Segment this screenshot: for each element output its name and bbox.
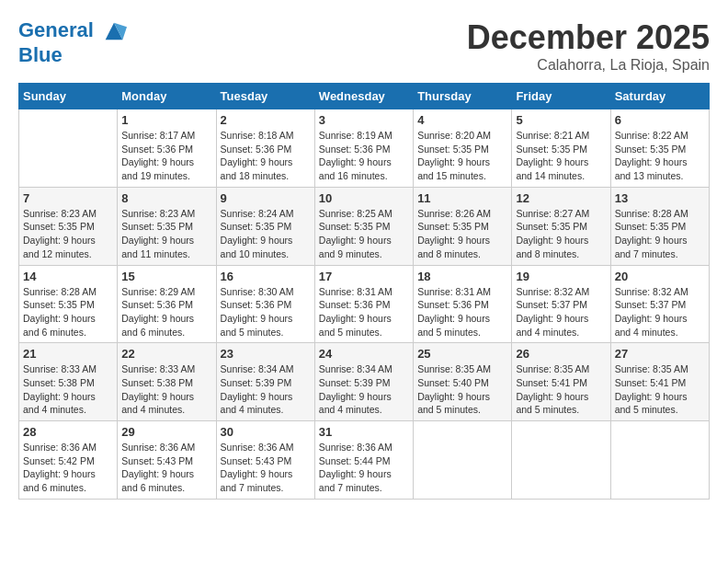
day-info: Sunrise: 8:34 AM Sunset: 5:39 PM Dayligh… (319, 362, 409, 417)
day-number: 31 (319, 425, 409, 439)
calendar-cell: 10Sunrise: 8:25 AM Sunset: 5:35 PM Dayli… (314, 187, 413, 265)
day-info: Sunrise: 8:30 AM Sunset: 5:36 PM Dayligh… (221, 285, 311, 339)
day-number: 4 (417, 113, 507, 127)
location: Calahorra, La Rioja, Spain (467, 57, 710, 74)
day-number: 17 (319, 270, 409, 283)
calendar-week-row: 21Sunrise: 8:33 AM Sunset: 5:38 PM Dayli… (19, 343, 710, 421)
day-number: 30 (221, 425, 311, 439)
day-info: Sunrise: 8:31 AM Sunset: 5:36 PM Dayligh… (417, 285, 507, 339)
calendar-table: SundayMondayTuesdayWednesdayThursdayFrid… (18, 83, 710, 500)
day-number: 5 (516, 113, 606, 127)
day-info: Sunrise: 8:32 AM Sunset: 5:37 PM Dayligh… (516, 285, 606, 339)
day-info: Sunrise: 8:26 AM Sunset: 5:35 PM Dayligh… (417, 207, 507, 261)
day-info: Sunrise: 8:35 AM Sunset: 5:40 PM Dayligh… (417, 362, 507, 417)
calendar-cell: 11Sunrise: 8:26 AM Sunset: 5:35 PM Dayli… (414, 187, 512, 265)
calendar-cell: 2Sunrise: 8:18 AM Sunset: 5:36 PM Daylig… (216, 109, 314, 188)
day-info: Sunrise: 8:21 AM Sunset: 5:35 PM Dayligh… (516, 129, 606, 183)
calendar-cell: 21Sunrise: 8:33 AM Sunset: 5:38 PM Dayli… (19, 343, 118, 421)
calendar-header-row: SundayMondayTuesdayWednesdayThursdayFrid… (19, 84, 710, 109)
calendar-week-row: 1Sunrise: 8:17 AM Sunset: 5:36 PM Daylig… (19, 109, 710, 188)
calendar-cell: 19Sunrise: 8:32 AM Sunset: 5:37 PM Dayli… (512, 265, 610, 343)
day-info: Sunrise: 8:23 AM Sunset: 5:35 PM Dayligh… (121, 207, 211, 261)
day-number: 23 (221, 347, 311, 361)
day-number: 19 (516, 270, 606, 283)
calendar-week-row: 28Sunrise: 8:36 AM Sunset: 5:42 PM Dayli… (19, 421, 710, 500)
calendar-cell: 27Sunrise: 8:35 AM Sunset: 5:41 PM Dayli… (610, 343, 709, 421)
calendar-cell: 22Sunrise: 8:33 AM Sunset: 5:38 PM Dayli… (118, 343, 216, 421)
day-info: Sunrise: 8:32 AM Sunset: 5:37 PM Dayligh… (615, 285, 705, 339)
day-number: 3 (319, 113, 409, 127)
calendar-cell: 13Sunrise: 8:28 AM Sunset: 5:35 PM Dayli… (610, 187, 709, 265)
calendar-cell: 8Sunrise: 8:23 AM Sunset: 5:35 PM Daylig… (118, 187, 216, 265)
calendar-cell: 4Sunrise: 8:20 AM Sunset: 5:35 PM Daylig… (414, 109, 512, 188)
calendar-week-row: 14Sunrise: 8:28 AM Sunset: 5:35 PM Dayli… (19, 265, 710, 343)
day-of-week-header: Friday (512, 84, 610, 109)
day-of-week-header: Monday (118, 84, 216, 109)
day-number: 16 (221, 270, 311, 283)
calendar-cell (610, 421, 709, 500)
logo-icon (101, 18, 127, 44)
day-number: 10 (319, 191, 409, 205)
day-number: 18 (417, 270, 507, 283)
day-info: Sunrise: 8:36 AM Sunset: 5:43 PM Dayligh… (121, 441, 211, 495)
day-info: Sunrise: 8:33 AM Sunset: 5:38 PM Dayligh… (121, 362, 211, 417)
calendar-cell (512, 421, 610, 500)
day-info: Sunrise: 8:34 AM Sunset: 5:39 PM Dayligh… (221, 362, 311, 417)
day-number: 29 (121, 425, 211, 439)
calendar-cell: 29Sunrise: 8:36 AM Sunset: 5:43 PM Dayli… (118, 421, 216, 500)
day-info: Sunrise: 8:33 AM Sunset: 5:38 PM Dayligh… (23, 362, 113, 417)
logo-text: General (18, 18, 127, 44)
day-number: 14 (23, 270, 113, 283)
day-info: Sunrise: 8:24 AM Sunset: 5:35 PM Dayligh… (221, 207, 311, 261)
day-info: Sunrise: 8:28 AM Sunset: 5:35 PM Dayligh… (615, 207, 705, 261)
calendar-cell (414, 421, 512, 500)
day-number: 9 (221, 191, 311, 205)
day-info: Sunrise: 8:25 AM Sunset: 5:35 PM Dayligh… (319, 207, 409, 261)
day-info: Sunrise: 8:27 AM Sunset: 5:35 PM Dayligh… (516, 207, 606, 261)
calendar-cell: 26Sunrise: 8:35 AM Sunset: 5:41 PM Dayli… (512, 343, 610, 421)
day-number: 28 (23, 425, 113, 439)
calendar-cell: 6Sunrise: 8:22 AM Sunset: 5:35 PM Daylig… (610, 109, 709, 188)
day-number: 13 (615, 191, 705, 205)
day-number: 15 (121, 270, 211, 283)
day-number: 11 (417, 191, 507, 205)
day-info: Sunrise: 8:28 AM Sunset: 5:35 PM Dayligh… (23, 285, 113, 339)
logo: General Blue (18, 18, 127, 66)
day-number: 26 (516, 347, 606, 361)
page-header: General Blue December 2025 Calahorra, La… (18, 18, 710, 74)
day-info: Sunrise: 8:19 AM Sunset: 5:36 PM Dayligh… (319, 129, 409, 183)
calendar-cell: 14Sunrise: 8:28 AM Sunset: 5:35 PM Dayli… (19, 265, 118, 343)
calendar-cell: 24Sunrise: 8:34 AM Sunset: 5:39 PM Dayli… (314, 343, 413, 421)
calendar-cell: 31Sunrise: 8:36 AM Sunset: 5:44 PM Dayli… (314, 421, 413, 500)
day-info: Sunrise: 8:17 AM Sunset: 5:36 PM Dayligh… (121, 129, 211, 183)
day-number: 20 (615, 270, 705, 283)
day-number: 7 (23, 191, 113, 205)
day-info: Sunrise: 8:35 AM Sunset: 5:41 PM Dayligh… (516, 362, 606, 417)
month-title: December 2025 (467, 18, 710, 57)
logo-text-blue: Blue (18, 44, 127, 66)
day-number: 25 (417, 347, 507, 361)
day-info: Sunrise: 8:31 AM Sunset: 5:36 PM Dayligh… (319, 285, 409, 339)
calendar-cell: 7Sunrise: 8:23 AM Sunset: 5:35 PM Daylig… (19, 187, 118, 265)
day-number: 22 (121, 347, 211, 361)
day-info: Sunrise: 8:36 AM Sunset: 5:43 PM Dayligh… (221, 441, 311, 495)
day-info: Sunrise: 8:35 AM Sunset: 5:41 PM Dayligh… (615, 362, 705, 417)
day-info: Sunrise: 8:18 AM Sunset: 5:36 PM Dayligh… (221, 129, 311, 183)
calendar-cell: 9Sunrise: 8:24 AM Sunset: 5:35 PM Daylig… (216, 187, 314, 265)
day-of-week-header: Wednesday (314, 84, 413, 109)
calendar-cell: 23Sunrise: 8:34 AM Sunset: 5:39 PM Dayli… (216, 343, 314, 421)
calendar-cell: 12Sunrise: 8:27 AM Sunset: 5:35 PM Dayli… (512, 187, 610, 265)
calendar-cell: 15Sunrise: 8:29 AM Sunset: 5:36 PM Dayli… (118, 265, 216, 343)
day-number: 8 (121, 191, 211, 205)
day-number: 24 (319, 347, 409, 361)
calendar-week-row: 7Sunrise: 8:23 AM Sunset: 5:35 PM Daylig… (19, 187, 710, 265)
title-block: December 2025 Calahorra, La Rioja, Spain (467, 18, 710, 74)
calendar-cell: 16Sunrise: 8:30 AM Sunset: 5:36 PM Dayli… (216, 265, 314, 343)
calendar-cell: 18Sunrise: 8:31 AM Sunset: 5:36 PM Dayli… (414, 265, 512, 343)
day-info: Sunrise: 8:20 AM Sunset: 5:35 PM Dayligh… (417, 129, 507, 183)
day-info: Sunrise: 8:36 AM Sunset: 5:44 PM Dayligh… (319, 441, 409, 495)
day-of-week-header: Tuesday (216, 84, 314, 109)
day-number: 6 (615, 113, 705, 127)
calendar-cell: 28Sunrise: 8:36 AM Sunset: 5:42 PM Dayli… (19, 421, 118, 500)
day-of-week-header: Thursday (414, 84, 512, 109)
